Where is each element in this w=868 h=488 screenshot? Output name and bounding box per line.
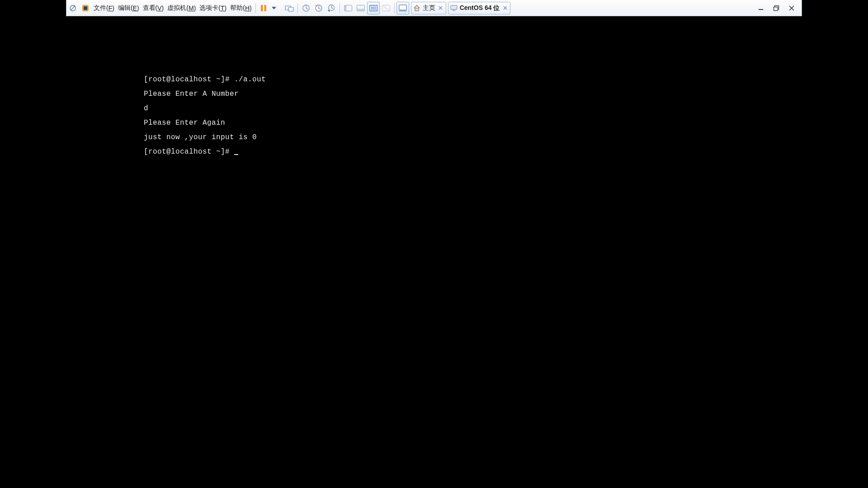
fullscreen-icon[interactable] <box>367 2 380 14</box>
unity-icon[interactable] <box>380 2 392 14</box>
tab-close-icon[interactable] <box>502 5 508 11</box>
svg-line-17 <box>383 6 389 10</box>
tab-label: CentOS 64 位 <box>460 4 500 12</box>
tab-guest-centos[interactable]: CentOS 64 位 <box>448 2 511 14</box>
snapshot-manager-icon[interactable] <box>325 2 338 14</box>
devices-icon[interactable] <box>283 2 296 14</box>
svg-rect-24 <box>759 9 763 10</box>
svg-rect-19 <box>400 6 406 9</box>
svg-rect-11 <box>344 5 346 11</box>
home-icon <box>413 5 420 12</box>
snapshot-revert-icon[interactable] <box>312 2 325 14</box>
tab-close-icon[interactable] <box>438 5 444 11</box>
thumbnail-bar-icon[interactable] <box>396 2 409 14</box>
svg-rect-3 <box>261 5 263 11</box>
toolbar-separator <box>340 3 340 13</box>
menu-label: 文件( <box>94 4 108 12</box>
terminal-line: d <box>144 104 148 113</box>
toolbar-separator <box>394 3 395 13</box>
terminal-output[interactable]: [root@localhost ~]# ./a.out Please Enter… <box>144 69 266 155</box>
terminal-line: Please Enter A Number <box>144 90 239 98</box>
menu-vm[interactable]: 虚拟机(M) <box>165 2 198 14</box>
minimize-button[interactable] <box>756 4 765 13</box>
toolbar-separator <box>297 3 298 13</box>
snapshot-take-icon[interactable] <box>300 2 312 14</box>
svg-rect-22 <box>451 5 457 9</box>
menu-edit[interactable]: 编辑(E) <box>116 2 141 14</box>
toolbar-separator <box>255 3 256 13</box>
window-controls <box>756 4 802 13</box>
svg-rect-21 <box>415 8 419 11</box>
svg-rect-15 <box>371 6 376 10</box>
menu-help[interactable]: 帮助(H) <box>228 2 253 14</box>
svg-rect-13 <box>357 9 364 11</box>
svg-rect-4 <box>264 5 266 11</box>
show-sidebar-icon[interactable] <box>342 2 354 14</box>
tab-home[interactable]: 主页 <box>411 2 446 14</box>
restore-button[interactable] <box>772 4 781 13</box>
menu-view[interactable]: 查看(V) <box>141 2 166 14</box>
svg-rect-26 <box>774 7 778 10</box>
quick-connect-icon[interactable] <box>66 2 79 14</box>
power-dropdown-button[interactable] <box>269 2 278 14</box>
menu-tabs[interactable]: 选项卡(T) <box>198 2 228 14</box>
terminal-line: just now ,your input is 0 <box>144 133 257 141</box>
svg-rect-20 <box>399 10 406 12</box>
close-button[interactable] <box>787 4 796 13</box>
tab-label: 主页 <box>423 4 435 12</box>
vmware-logo-icon[interactable] <box>79 2 92 14</box>
pause-vm-button[interactable] <box>258 2 269 14</box>
svg-rect-23 <box>453 10 455 11</box>
terminal-prompt: [root@localhost ~]# <box>144 148 234 156</box>
vmware-toolbar: 文件(F) 编辑(E) 查看(V) 虚拟机(M) 选项卡(T) 帮助(H) <box>66 0 802 16</box>
menu-hotkey: F <box>108 5 113 12</box>
terminal-line: [root@localhost ~]# ./a.out <box>144 75 266 84</box>
terminal-line: Please Enter Again <box>144 119 225 127</box>
svg-rect-2 <box>84 6 87 10</box>
show-console-icon[interactable] <box>354 2 367 14</box>
svg-rect-6 <box>288 7 293 11</box>
monitor-icon <box>450 5 458 12</box>
menu-file[interactable]: 文件(F) <box>92 2 116 14</box>
cursor-icon <box>234 154 238 155</box>
